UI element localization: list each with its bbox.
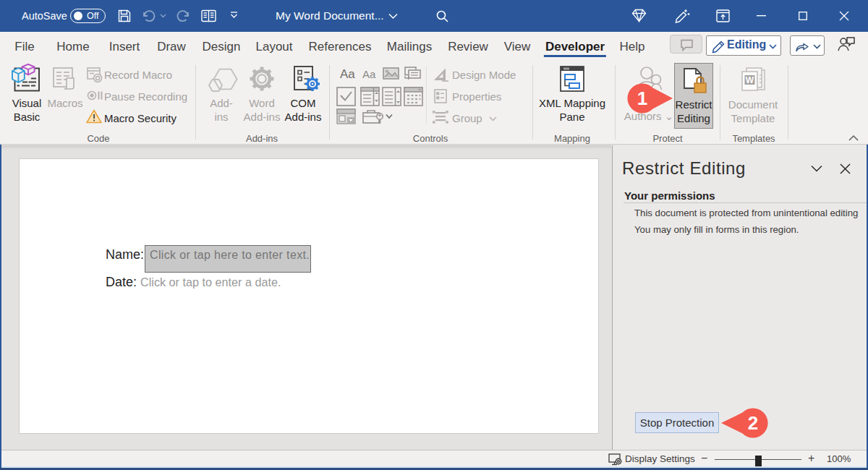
svg-text:W: W <box>746 75 754 85</box>
svg-text:Aa: Aa <box>340 67 355 81</box>
svg-text:2: 2 <box>748 412 758 434</box>
svg-text:Aa: Aa <box>362 68 376 80</box>
svg-text:1: 1 <box>637 87 647 109</box>
